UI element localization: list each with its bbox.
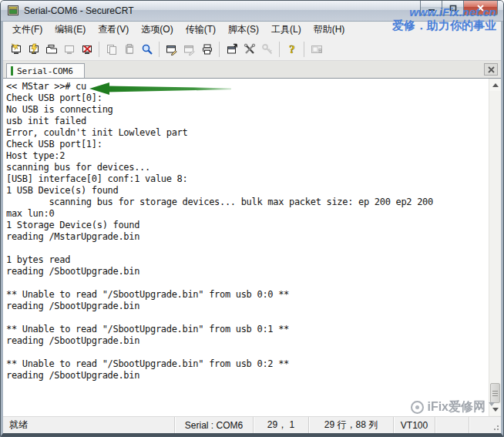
terminal-line	[6, 347, 487, 358]
terminal-output[interactable]: << MStar >># cuCheck USB port[0]:No USB …	[3, 79, 501, 416]
reconnect-icon	[60, 40, 78, 58]
terminal-line: Host type:2	[6, 150, 487, 162]
status-cursor-position: 29， 1	[253, 417, 308, 433]
terminal-line: ** Unable to read "/SbootUpgrade.bin" fr…	[6, 289, 487, 301]
close-button[interactable]	[463, 1, 498, 15]
menu-item-help[interactable]: 帮助(H)	[307, 22, 351, 38]
terminal-line: max lun:0	[6, 208, 487, 220]
statusbar: 就绪 Serial : COM6 29， 1 29 行，88 列 VT100	[3, 416, 501, 433]
toolbar-separator	[159, 42, 160, 57]
menu-item-transfer[interactable]: 传输(T)	[180, 22, 222, 38]
terminal-line: reading /MstarUpgrade.bin	[6, 231, 487, 243]
annotation-arrow-icon	[89, 82, 233, 97]
terminal-line: reading /SbootUpgrade.bin	[6, 335, 487, 347]
menu-item-view[interactable]: 查看(V)	[92, 22, 135, 38]
terminal-line: 1 Storage Device(s) found	[6, 220, 487, 231]
status-terminal-size: 29 行，88 列	[308, 417, 393, 433]
terminal-line: reading /SbootUpgrade.bin	[6, 266, 487, 277]
terminal-line: 1 bytes read	[6, 254, 487, 266]
status-empty-cell	[469, 417, 490, 433]
securecrt-app-icon	[7, 5, 19, 17]
button-bar-icon: B	[307, 40, 325, 58]
tab-label: Serial-COM6	[17, 66, 73, 76]
terminal-line: ** Unable to read "/SbootUpgrade.bin" fr…	[6, 324, 487, 335]
session-connected-indicator	[11, 66, 13, 76]
toolbar: ?B	[3, 38, 501, 61]
toolbar-separator	[219, 42, 220, 57]
terminal-line: usb init failed	[6, 116, 487, 127]
terminal-scrollbar[interactable]	[489, 79, 501, 416]
terminal-line: Check USB port[1]:	[6, 139, 487, 150]
terminal-line: [USB] interface[0] conf:1 value 8:	[6, 173, 487, 185]
terminal-line	[6, 312, 487, 324]
tab-serial-com6[interactable]: Serial-COM6	[6, 63, 85, 78]
securecrt-window: Serial-COM6 - SecureCRT www.iFix.net.cn …	[0, 0, 504, 437]
keymap-icon	[258, 40, 276, 58]
status-ready: 就绪	[3, 417, 174, 433]
quick-connect-icon[interactable]	[25, 40, 42, 58]
session-options-icon[interactable]	[223, 40, 240, 58]
toolbar-separator	[99, 42, 99, 57]
scroll-up-button[interactable]	[489, 79, 501, 91]
connect-in-tab-icon[interactable]	[42, 40, 60, 58]
down-arrow-icon	[492, 408, 499, 412]
terminal-line: reading /SbootUpgrade.bin	[6, 301, 487, 312]
help-icon[interactable]: ?	[283, 40, 301, 58]
status-serial-port: Serial : COM6	[174, 417, 253, 433]
terminal-line: scanning bus for storage devices... bulk…	[6, 197, 487, 208]
menu-item-script[interactable]: 脚本(S)	[222, 22, 265, 38]
scroll-down-button[interactable]	[489, 404, 501, 415]
find-icon[interactable]	[138, 40, 156, 58]
copy-icon	[102, 40, 120, 58]
terminal-line: scanning bus for devices...	[6, 162, 487, 173]
resize-grip[interactable]	[490, 417, 501, 433]
toolbar-separator	[304, 42, 304, 57]
terminal-line: 1 USB Device(s) found	[6, 185, 487, 197]
terminal-line: << MStar >># cu	[6, 81, 487, 92]
tabbar: Serial-COM6	[3, 61, 501, 79]
connect-icon[interactable]	[7, 40, 25, 58]
window-title: Serial-COM6 - SecureCRT	[24, 5, 133, 16]
terminal-line: Check USB port[0]:	[6, 92, 487, 104]
toolbar-separator	[279, 42, 280, 57]
paste-icon	[120, 40, 138, 58]
window-frame: 文件(F)编辑(E)查看(V)选项(O)传输(T)脚本(S)工具(L)帮助(H)…	[1, 22, 503, 436]
scrollbar-thumb[interactable]	[490, 383, 500, 403]
tabbar-close-button[interactable]	[484, 63, 498, 76]
maximize-button[interactable]	[442, 1, 464, 15]
global-options-icon[interactable]	[240, 40, 258, 58]
terminal-line: ** Unable to read "/SbootUpgrade.bin" fr…	[6, 358, 487, 370]
status-empty-cell	[435, 417, 469, 433]
terminal-line	[6, 243, 487, 254]
menu-item-options[interactable]: 选项(O)	[135, 22, 179, 38]
terminal-line: Error, couldn't init Lowlevel part	[6, 127, 487, 139]
terminal-line: No USB is connecting	[6, 104, 487, 116]
titlebar: Serial-COM6 - SecureCRT	[1, 1, 503, 22]
svg-text:?: ?	[289, 43, 295, 55]
terminal-line	[6, 277, 487, 289]
status-emulation: VT100	[393, 417, 435, 433]
terminal-line: reading /SbootUpgrade.bin	[6, 370, 487, 382]
window-controls	[421, 1, 498, 15]
menu-item-file[interactable]: 文件(F)	[6, 22, 49, 38]
disconnect-icon[interactable]	[78, 40, 96, 58]
terminal-area: << MStar >># cuCheck USB port[0]:No USB …	[3, 79, 501, 416]
print-icon[interactable]	[198, 40, 216, 58]
log-session-icon[interactable]	[163, 40, 180, 58]
raw-log-icon	[180, 40, 198, 58]
menu-item-tools[interactable]: 工具(L)	[265, 22, 307, 38]
menu-item-edit[interactable]: 编辑(E)	[49, 22, 92, 38]
up-arrow-icon	[492, 83, 499, 87]
minimize-button[interactable]	[420, 1, 442, 15]
menubar: 文件(F)编辑(E)查看(V)选项(O)传输(T)脚本(S)工具(L)帮助(H)	[3, 22, 501, 38]
svg-text:B: B	[318, 47, 322, 52]
